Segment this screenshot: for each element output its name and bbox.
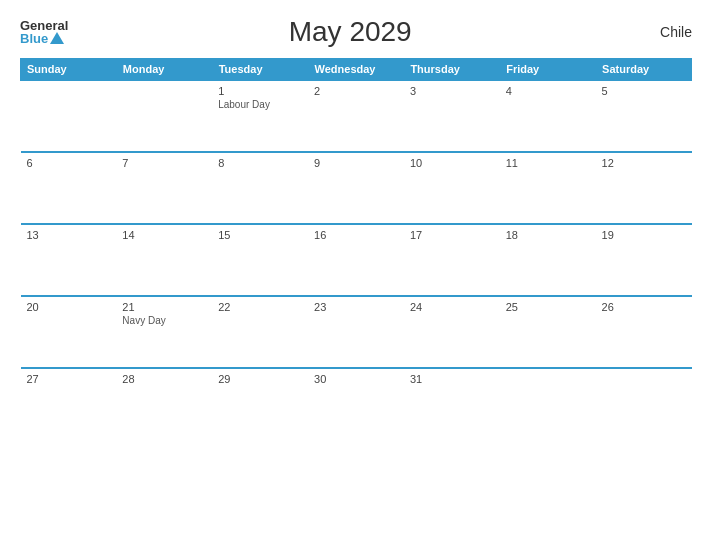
calendar-cell: 15 (212, 224, 308, 296)
calendar-cell: 23 (308, 296, 404, 368)
calendar-cell (116, 80, 212, 152)
col-tuesday: Tuesday (212, 59, 308, 81)
day-number: 20 (27, 301, 111, 313)
calendar-cell: 14 (116, 224, 212, 296)
col-monday: Monday (116, 59, 212, 81)
calendar-cell: 10 (404, 152, 500, 224)
day-number: 29 (218, 373, 302, 385)
day-number: 17 (410, 229, 494, 241)
calendar-cell: 7 (116, 152, 212, 224)
calendar-cell: 13 (21, 224, 117, 296)
calendar-cell: 26 (596, 296, 692, 368)
day-number: 22 (218, 301, 302, 313)
day-number: 30 (314, 373, 398, 385)
calendar-cell: 5 (596, 80, 692, 152)
calendar-table: Sunday Monday Tuesday Wednesday Thursday… (20, 58, 692, 440)
calendar-page: General Blue May 2029 Chile Sunday Monda… (0, 0, 712, 550)
calendar-week-row: 13141516171819 (21, 224, 692, 296)
calendar-cell: 18 (500, 224, 596, 296)
calendar-cell: 17 (404, 224, 500, 296)
logo-blue-text: Blue (20, 32, 68, 45)
calendar-cell: 6 (21, 152, 117, 224)
day-number: 25 (506, 301, 590, 313)
day-number: 7 (122, 157, 206, 169)
calendar-cell: 25 (500, 296, 596, 368)
col-thursday: Thursday (404, 59, 500, 81)
col-saturday: Saturday (596, 59, 692, 81)
day-number: 15 (218, 229, 302, 241)
col-sunday: Sunday (21, 59, 117, 81)
day-number: 24 (410, 301, 494, 313)
logo: General Blue (20, 19, 68, 45)
col-friday: Friday (500, 59, 596, 81)
day-number: 14 (122, 229, 206, 241)
calendar-week-row: 2728293031 (21, 368, 692, 440)
calendar-cell: 3 (404, 80, 500, 152)
calendar-week-row: 2021Navy Day2223242526 (21, 296, 692, 368)
day-number: 1 (218, 85, 302, 97)
logo-triangle-icon (50, 32, 64, 44)
calendar-cell (500, 368, 596, 440)
calendar-cell: 24 (404, 296, 500, 368)
month-title: May 2029 (68, 16, 632, 48)
calendar-cell: 20 (21, 296, 117, 368)
calendar-cell: 29 (212, 368, 308, 440)
day-number: 27 (27, 373, 111, 385)
header: General Blue May 2029 Chile (20, 16, 692, 48)
calendar-cell: 16 (308, 224, 404, 296)
calendar-cell: 2 (308, 80, 404, 152)
day-number: 2 (314, 85, 398, 97)
day-number: 11 (506, 157, 590, 169)
day-number: 31 (410, 373, 494, 385)
holiday-label: Labour Day (218, 99, 302, 110)
day-number: 23 (314, 301, 398, 313)
day-number: 5 (602, 85, 686, 97)
day-number: 21 (122, 301, 206, 313)
calendar-cell: 9 (308, 152, 404, 224)
calendar-cell: 19 (596, 224, 692, 296)
day-number: 6 (27, 157, 111, 169)
day-number: 12 (602, 157, 686, 169)
calendar-cell: 31 (404, 368, 500, 440)
calendar-cell: 12 (596, 152, 692, 224)
day-number: 13 (27, 229, 111, 241)
calendar-cell: 22 (212, 296, 308, 368)
day-number: 26 (602, 301, 686, 313)
calendar-cell: 4 (500, 80, 596, 152)
day-number: 10 (410, 157, 494, 169)
calendar-header-row: Sunday Monday Tuesday Wednesday Thursday… (21, 59, 692, 81)
day-number: 16 (314, 229, 398, 241)
day-number: 3 (410, 85, 494, 97)
day-number: 4 (506, 85, 590, 97)
day-number: 9 (314, 157, 398, 169)
calendar-cell: 8 (212, 152, 308, 224)
col-wednesday: Wednesday (308, 59, 404, 81)
calendar-cell: 11 (500, 152, 596, 224)
country-label: Chile (632, 24, 692, 40)
calendar-cell (596, 368, 692, 440)
day-number: 19 (602, 229, 686, 241)
day-number: 8 (218, 157, 302, 169)
day-number: 18 (506, 229, 590, 241)
calendar-cell: 27 (21, 368, 117, 440)
calendar-cell: 28 (116, 368, 212, 440)
calendar-cell (21, 80, 117, 152)
calendar-week-row: 1Labour Day2345 (21, 80, 692, 152)
holiday-label: Navy Day (122, 315, 206, 326)
calendar-week-row: 6789101112 (21, 152, 692, 224)
calendar-cell: 30 (308, 368, 404, 440)
day-number: 28 (122, 373, 206, 385)
calendar-cell: 1Labour Day (212, 80, 308, 152)
calendar-cell: 21Navy Day (116, 296, 212, 368)
